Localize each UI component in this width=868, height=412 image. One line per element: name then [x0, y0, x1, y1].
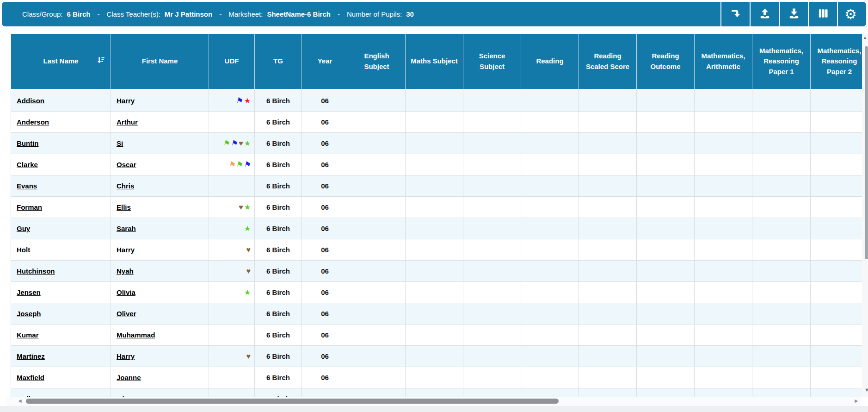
first-name-link[interactable]: Harry	[117, 352, 135, 360]
score-cell-english-subject[interactable]	[348, 388, 406, 397]
score-cell-maths-subject[interactable]	[406, 175, 463, 197]
score-cell-science-subject[interactable]	[463, 325, 521, 346]
score-cell-english-subject[interactable]	[348, 282, 406, 303]
col-header-maths-subject[interactable]: Maths Subject	[406, 34, 463, 90]
columns-button[interactable]	[808, 2, 837, 26]
col-header-reading[interactable]: Reading	[521, 34, 579, 90]
score-cell-mathematics-reasoning-paper-1[interactable]	[752, 325, 811, 346]
score-cell-maths-subject[interactable]	[406, 112, 463, 133]
h-scroll-left-arrow[interactable]: ◄	[17, 398, 23, 404]
score-cell-reading-scaled-score[interactable]	[579, 133, 637, 154]
score-cell-mathematics-reasoning-paper-1[interactable]	[752, 388, 811, 397]
score-cell-mathematics-reasoning-paper-2[interactable]	[811, 154, 862, 175]
score-cell-mathematics-reasoning-paper-2[interactable]	[811, 261, 862, 282]
first-name-link[interactable]: Nyah	[117, 267, 134, 275]
score-cell-reading-scaled-score[interactable]	[579, 303, 637, 325]
score-cell-english-subject[interactable]	[348, 90, 406, 112]
v-scroll-thumb[interactable]	[865, 46, 868, 259]
score-cell-reading-outcome[interactable]	[637, 261, 695, 282]
score-cell-reading[interactable]	[521, 197, 579, 218]
first-name-link[interactable]: Harry	[117, 97, 135, 105]
score-cell-reading[interactable]	[521, 112, 579, 133]
score-cell-english-subject[interactable]	[348, 154, 406, 175]
score-cell-reading-outcome[interactable]	[637, 90, 695, 112]
first-name-link[interactable]: Oscar	[117, 161, 136, 169]
score-cell-reading[interactable]	[521, 218, 579, 239]
h-scroll-thumb[interactable]	[26, 399, 559, 404]
score-cell-mathematics-reasoning-paper-2[interactable]	[811, 282, 862, 303]
score-cell-reading[interactable]	[521, 388, 579, 397]
score-cell-maths-subject[interactable]	[406, 367, 463, 388]
score-cell-mathematics-reasoning-paper-2[interactable]	[811, 175, 862, 197]
score-cell-mathematics-reasoning-paper-1[interactable]	[752, 90, 811, 112]
score-cell-english-subject[interactable]	[348, 175, 406, 197]
col-header-year[interactable]: Year	[302, 34, 348, 90]
col-header-science-subject[interactable]: Science Subject	[463, 34, 521, 90]
score-cell-reading-scaled-score[interactable]	[579, 112, 637, 133]
score-cell-mathematics-reasoning-paper-1[interactable]	[752, 261, 811, 282]
download-button[interactable]	[779, 2, 808, 26]
score-cell-reading[interactable]	[521, 325, 579, 346]
score-cell-science-subject[interactable]	[463, 197, 521, 218]
score-cell-mathematics-arithmetic[interactable]	[695, 197, 752, 218]
score-cell-science-subject[interactable]	[463, 133, 521, 154]
score-cell-maths-subject[interactable]	[406, 303, 463, 325]
first-name-link[interactable]: Ellis	[117, 203, 131, 211]
score-cell-reading[interactable]	[521, 261, 579, 282]
last-name-link[interactable]: Anderson	[17, 118, 49, 126]
score-cell-mathematics-reasoning-paper-1[interactable]	[752, 346, 811, 367]
last-name-link[interactable]: Guy	[17, 225, 30, 232]
last-name-link[interactable]: Holt	[17, 246, 30, 254]
score-cell-reading-scaled-score[interactable]	[579, 90, 637, 112]
score-cell-reading[interactable]	[521, 303, 579, 325]
score-cell-maths-subject[interactable]	[406, 388, 463, 397]
score-cell-reading[interactable]	[521, 90, 579, 112]
score-cell-mathematics-reasoning-paper-2[interactable]	[811, 325, 862, 346]
score-cell-mathematics-arithmetic[interactable]	[695, 367, 752, 388]
score-cell-reading-outcome[interactable]	[637, 367, 695, 388]
score-cell-reading-outcome[interactable]	[637, 282, 695, 303]
score-cell-mathematics-arithmetic[interactable]	[695, 175, 752, 197]
col-header-udf[interactable]: UDF	[209, 34, 255, 90]
col-header-mathematics-reasoning-paper-1[interactable]: Mathematics, Reasoning Paper 1	[752, 34, 811, 90]
first-name-link[interactable]: Harry	[117, 246, 135, 254]
score-cell-maths-subject[interactable]	[406, 90, 463, 112]
score-cell-reading[interactable]	[521, 282, 579, 303]
v-scroll-down-arrow[interactable]: ▼	[864, 387, 868, 393]
score-cell-mathematics-reasoning-paper-2[interactable]	[811, 239, 862, 261]
score-cell-mathematics-arithmetic[interactable]	[695, 239, 752, 261]
score-cell-reading-scaled-score[interactable]	[579, 282, 637, 303]
last-name-link[interactable]: Kumar	[17, 331, 39, 339]
gear-button[interactable]: ⚙	[837, 2, 866, 26]
score-cell-english-subject[interactable]	[348, 133, 406, 154]
score-cell-mathematics-reasoning-paper-2[interactable]	[811, 218, 862, 239]
score-cell-science-subject[interactable]	[463, 261, 521, 282]
score-cell-science-subject[interactable]	[463, 239, 521, 261]
score-cell-reading[interactable]	[521, 175, 579, 197]
score-cell-reading-scaled-score[interactable]	[579, 325, 637, 346]
score-cell-mathematics-reasoning-paper-2[interactable]	[811, 133, 862, 154]
score-cell-reading-outcome[interactable]	[637, 388, 695, 397]
h-scroll-right-arrow[interactable]: ►	[854, 398, 859, 404]
score-cell-english-subject[interactable]	[348, 197, 406, 218]
score-cell-mathematics-reasoning-paper-1[interactable]	[752, 239, 811, 261]
col-header-mathematics-reasoning-paper-2[interactable]: Mathematics, Reasoning Paper 2	[811, 34, 862, 90]
score-cell-reading-scaled-score[interactable]	[579, 239, 637, 261]
first-name-link[interactable]: Oliver	[117, 310, 136, 318]
score-cell-science-subject[interactable]	[463, 175, 521, 197]
first-name-link[interactable]: Joanne	[117, 374, 141, 381]
score-cell-reading-outcome[interactable]	[637, 218, 695, 239]
score-cell-english-subject[interactable]	[348, 218, 406, 239]
score-cell-mathematics-arithmetic[interactable]	[695, 90, 752, 112]
score-cell-mathematics-reasoning-paper-2[interactable]	[811, 197, 862, 218]
score-cell-english-subject[interactable]	[348, 112, 406, 133]
score-cell-reading-outcome[interactable]	[637, 112, 695, 133]
score-cell-science-subject[interactable]	[463, 90, 521, 112]
score-cell-reading[interactable]	[521, 346, 579, 367]
v-scroll-up-arrow[interactable]: ▲	[863, 35, 867, 40]
score-cell-mathematics-reasoning-paper-1[interactable]	[752, 282, 811, 303]
score-cell-mathematics-arithmetic[interactable]	[695, 303, 752, 325]
score-cell-mathematics-arithmetic[interactable]	[695, 388, 752, 397]
score-cell-maths-subject[interactable]	[406, 346, 463, 367]
score-cell-maths-subject[interactable]	[406, 154, 463, 175]
